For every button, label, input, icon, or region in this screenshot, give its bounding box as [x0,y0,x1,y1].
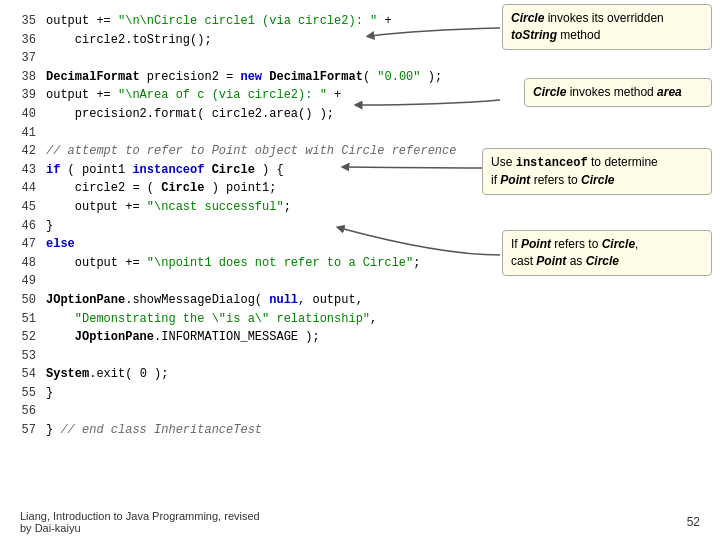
code-line-54: System.exit( 0 ); [46,365,720,384]
line-num: 50 [10,291,36,310]
line-num: 47 [10,235,36,254]
code-line-38: DecimalFormat precision2 = new DecimalFo… [46,68,720,87]
code-line-39: output += "\nArea of c (via circle2): " … [46,86,720,105]
code-line-46: } [46,217,720,236]
code-line-47: else [46,235,720,254]
code-line-53 [46,347,720,366]
code-line-36: circle2.toString(); [46,31,720,50]
code-line-45: output += "\ncast successful"; [46,198,720,217]
line-num: 56 [10,402,36,421]
line-num: 36 [10,31,36,50]
line-num: 53 [10,347,36,366]
line-numbers: 35 36 37 38 39 40 41 42 43 44 45 46 47 4… [0,8,42,510]
line-num: 45 [10,198,36,217]
code-line-55: } [46,384,720,403]
line-num: 38 [10,68,36,87]
line-num: 44 [10,179,36,198]
code-line-44: circle2 = ( Circle ) point1; [46,179,720,198]
code-line-35: output += "\n\nCircle circle1 (via circl… [46,12,720,31]
line-num: 55 [10,384,36,403]
code-line-57: } // end class InheritanceTest [46,421,720,440]
line-num: 46 [10,217,36,236]
code-line-42: // attempt to refer to Point object with… [46,142,720,161]
line-num: 43 [10,161,36,180]
code-line-50: JOptionPane.showMessageDialog( null, out… [46,291,720,310]
line-num: 42 [10,142,36,161]
line-num: 35 [10,12,36,31]
code-line-43: if ( point1 instanceof Circle ) { [46,161,720,180]
code-area: output += "\n\nCircle circle1 (via circl… [42,8,720,510]
code-line-40: precision2.format( circle2.area() ); [46,105,720,124]
code-line-48: output += "\npoint1 does not refer to a … [46,254,720,273]
line-num: 48 [10,254,36,273]
line-num: 52 [10,328,36,347]
line-num: 51 [10,310,36,329]
line-num: 41 [10,124,36,143]
main-content: 35 36 37 38 39 40 41 42 43 44 45 46 47 4… [0,0,720,540]
line-num: 37 [10,49,36,68]
line-num: 54 [10,365,36,384]
code-line-49 [46,272,720,291]
code-line-52: JOptionPane.INFORMATION_MESSAGE ); [46,328,720,347]
page-number: 52 [687,515,700,529]
line-num: 39 [10,86,36,105]
code-line-41 [46,124,720,143]
line-num: 57 [10,421,36,440]
footer-credit: Liang, Introduction to Java Programming,… [20,510,260,534]
line-num: 40 [10,105,36,124]
line-num: 49 [10,272,36,291]
code-line-37 [46,49,720,68]
code-line-56 [46,402,720,421]
code-line-51: "Demonstrating the \"is a\" relationship… [46,310,720,329]
bottom-bar: Liang, Introduction to Java Programming,… [0,510,720,534]
